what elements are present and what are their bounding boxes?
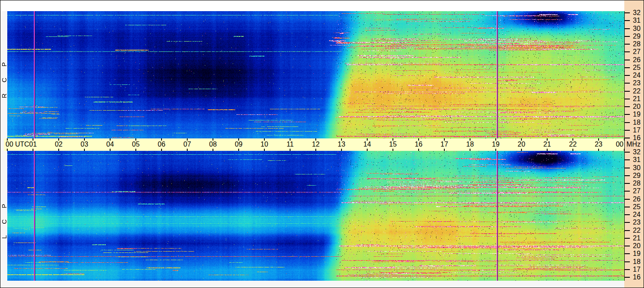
hour-tick — [58, 149, 59, 151]
hour-tick — [84, 149, 85, 151]
time-axis: 00 UTC0102030405060708091011121314151617… — [4, 138, 624, 151]
hour-tick — [547, 149, 548, 151]
lcp-polarization-label: LCP — [0, 151, 7, 281]
hour-tick — [547, 138, 548, 141]
freq-tick — [624, 246, 630, 246]
hour-label: 16 — [406, 141, 431, 148]
freq-tick-label: 22 — [633, 87, 641, 95]
hour-label: 22 — [560, 141, 586, 148]
freq-tick-label: 22 — [633, 227, 641, 234]
freq-tick-label: 25 — [633, 64, 641, 72]
hour-tick — [161, 138, 162, 141]
hour-label: 00 — [610, 141, 623, 148]
freq-tick — [624, 99, 630, 99]
freq-tick — [624, 36, 630, 37]
freq-tick-label: 19 — [633, 250, 641, 258]
freq-tick-label: 17 — [633, 266, 641, 273]
freq-tick — [624, 199, 630, 200]
freq-tick — [624, 253, 630, 254]
freq-tick-label: 18 — [633, 258, 641, 266]
freq-tick — [624, 261, 630, 262]
hour-label: 08 — [200, 141, 226, 148]
freq-tick — [624, 168, 630, 168]
hour-tick — [367, 138, 368, 141]
hour-label: 20 — [509, 141, 534, 148]
hour-tick — [495, 149, 496, 151]
hour-tick — [110, 149, 111, 151]
hour-tick — [135, 138, 136, 141]
freq-tick — [624, 83, 630, 84]
freq-tick-label: 20 — [633, 103, 641, 111]
hour-tick — [392, 149, 393, 151]
freq-tick-label: 29 — [633, 33, 641, 40]
freq-tick — [624, 214, 630, 215]
hour-tick — [187, 138, 188, 141]
hour-label: 07 — [174, 141, 200, 148]
freq-tick — [624, 277, 630, 278]
title-bar: AJ4CO Observatory 18 Jan 2023 - DPS on T… — [0, 0, 624, 11]
freq-tick-label: 16 — [633, 273, 641, 281]
rcp-spectrogram — [7, 11, 624, 138]
freq-tick — [624, 20, 630, 21]
freq-tick-label: 24 — [633, 72, 641, 79]
hour-tick — [572, 138, 573, 141]
hour-tick — [598, 138, 599, 141]
freq-tick-label: 32 — [633, 148, 641, 156]
freq-tick-label: 28 — [633, 180, 641, 187]
hour-tick — [367, 149, 368, 151]
hour-tick — [238, 138, 239, 141]
hour-tick — [187, 149, 188, 151]
freq-tick — [624, 222, 630, 223]
freq-tick — [624, 183, 630, 184]
hour-label: 05 — [123, 141, 149, 148]
hour-tick — [572, 149, 573, 151]
hour-label: 01 — [20, 141, 46, 148]
hour-label: 12 — [303, 141, 329, 148]
freq-tick — [624, 175, 630, 176]
freq-tick — [624, 207, 630, 207]
freq-tick-label: 20 — [633, 242, 641, 250]
freq-tick-label: 30 — [633, 25, 641, 33]
hour-tick — [58, 138, 59, 141]
freq-tick-label: 31 — [633, 156, 641, 164]
hour-label: 10 — [252, 141, 277, 148]
freq-tick-label: 30 — [633, 164, 641, 172]
hour-tick — [33, 149, 33, 151]
hour-tick — [598, 149, 599, 151]
hour-tick — [418, 149, 419, 151]
freq-tick-label: 18 — [633, 119, 641, 126]
freq-tick-label: 27 — [633, 187, 641, 195]
hour-tick — [161, 149, 162, 151]
freq-tick — [624, 12, 630, 13]
hour-label: 23 — [586, 141, 611, 148]
freq-tick — [624, 114, 630, 115]
hour-tick — [470, 149, 470, 151]
freq-tick — [624, 238, 630, 239]
freq-tick — [624, 60, 630, 60]
hour-tick — [264, 138, 265, 141]
hour-tick — [341, 138, 342, 141]
hour-tick — [315, 149, 316, 151]
freq-tick-label: 17 — [633, 126, 641, 134]
freq-tick-label: 23 — [633, 219, 641, 226]
freq-tick-label: 27 — [633, 48, 641, 56]
freq-tick-label: 31 — [633, 17, 641, 24]
hour-tick — [521, 149, 522, 151]
freq-tick — [624, 138, 630, 138]
freq-tick-label: 26 — [633, 56, 641, 64]
freq-tick — [624, 122, 630, 123]
hour-label: 19 — [483, 141, 509, 148]
freq-tick — [624, 230, 630, 231]
hour-tick — [290, 149, 291, 151]
hour-label: 14 — [354, 141, 380, 148]
hour-tick — [238, 149, 239, 151]
freq-tick-label: 25 — [633, 203, 641, 211]
freq-tick — [624, 91, 630, 92]
freq-tick-label: 29 — [633, 172, 641, 180]
hour-label: 21 — [534, 141, 560, 148]
spectrograph-chart-frame: AJ4CO Observatory 18 Jan 2023 - DPS on T… — [0, 0, 644, 288]
freq-tick — [624, 159, 630, 160]
hour-tick — [290, 138, 291, 141]
hour-tick — [444, 149, 445, 151]
hour-tick — [135, 149, 136, 151]
